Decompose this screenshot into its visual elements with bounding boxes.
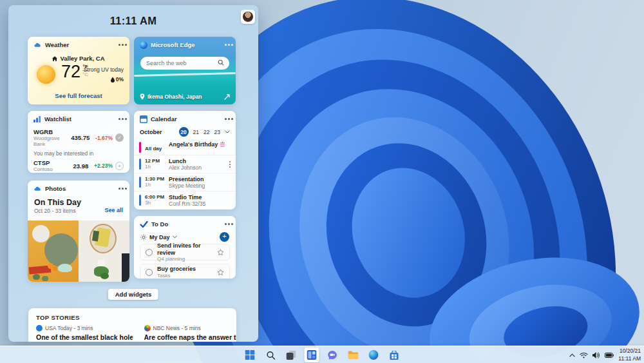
photo-thumbnail-chair[interactable] bbox=[79, 221, 129, 282]
calendar-date[interactable]: 21 bbox=[193, 129, 199, 135]
chat-icon bbox=[328, 351, 337, 360]
see-all-link[interactable]: See all bbox=[104, 207, 123, 213]
chat-button[interactable] bbox=[325, 348, 340, 362]
photos-widget[interactable]: Photos On This Day Oct 20 - 33 items See… bbox=[28, 181, 129, 282]
event-subtitle: Conf Rm 32/35 bbox=[169, 201, 205, 207]
watchlist-widget[interactable]: Watchlist WGRB Woodgrove Bank 435.75 -1.… bbox=[28, 111, 129, 173]
calendar-month: October bbox=[140, 129, 162, 135]
calendar-widget[interactable]: Calendar October 20 21 22 23 All day Ang… bbox=[134, 111, 236, 210]
search-button[interactable] bbox=[263, 348, 278, 362]
edge-widget[interactable]: Microsoft Edge Ikema Ohashi, Japan bbox=[134, 37, 236, 104]
tray-chevron-up-icon[interactable] bbox=[569, 353, 575, 357]
event-title: Lunch bbox=[169, 158, 202, 164]
volume-icon[interactable] bbox=[592, 352, 600, 358]
microsoft-store-button[interactable] bbox=[387, 348, 402, 362]
watchlist-suggestion-label: You may be interested in bbox=[28, 148, 129, 158]
my-day-sun-icon bbox=[140, 234, 147, 240]
todo-more-icon[interactable] bbox=[228, 223, 230, 225]
avatar bbox=[243, 12, 253, 22]
task-title: Buy groceries bbox=[157, 266, 196, 272]
task-view-icon bbox=[287, 351, 296, 360]
widgets-button[interactable] bbox=[305, 348, 319, 362]
weather-cloud-icon bbox=[33, 42, 42, 48]
stock-row-ctsp[interactable]: CTSP Contoso 23.98 +2.23% + bbox=[28, 158, 129, 173]
start-button[interactable] bbox=[243, 348, 258, 362]
nbc-news-logo-icon bbox=[144, 325, 151, 331]
edge-more-icon[interactable] bbox=[228, 44, 230, 46]
stock-row-wgrb[interactable]: WGRB Woodgrove Bank 435.75 -1.67% ✓ bbox=[28, 127, 129, 148]
stock-added-toggle-icon[interactable]: ✓ bbox=[115, 133, 124, 142]
photos-title: Photos bbox=[45, 185, 66, 192]
desktop: 11:11 AM Weather Valley Park, CA 72 °F °… bbox=[0, 0, 644, 363]
event-duration: 1h bbox=[145, 164, 165, 170]
stock-price: 435.75 bbox=[71, 134, 90, 141]
photos-more-icon[interactable] bbox=[122, 188, 124, 190]
news-article-nbc[interactable]: NBC News - 5 mins Are coffee naps the an… bbox=[144, 325, 237, 341]
calendar-event-birthday[interactable]: All day Angela's Birthday bbox=[134, 139, 236, 155]
weather-condition: Strong UV today bbox=[81, 66, 124, 73]
photo-credit: Ikema Ohashi, Japan bbox=[147, 93, 202, 100]
calendar-event-presentation[interactable]: 1:30 PM 1h Presentation Skype Meeting bbox=[134, 173, 236, 191]
todo-title: To Do bbox=[151, 221, 168, 228]
stock-name: Contoso bbox=[33, 166, 71, 172]
event-title: Studio Time bbox=[169, 194, 205, 201]
task-row-groceries[interactable]: Buy groceries Tasks bbox=[140, 264, 230, 279]
top-stories-heading: TOP STORIES bbox=[28, 308, 236, 325]
event-time: 1:30 PM bbox=[145, 176, 165, 182]
watchlist-title: Watchlist bbox=[44, 115, 71, 123]
task-star-icon[interactable] bbox=[217, 269, 224, 276]
stock-add-toggle-icon[interactable]: + bbox=[115, 162, 124, 170]
add-task-button[interactable]: + bbox=[220, 232, 229, 242]
expand-icon[interactable] bbox=[224, 94, 230, 100]
event-color-bar bbox=[139, 177, 141, 188]
event-time: 12 PM bbox=[145, 158, 165, 164]
task-view-button[interactable] bbox=[284, 348, 299, 362]
tray-date: 10/20/21 bbox=[618, 348, 641, 355]
search-input[interactable] bbox=[140, 57, 229, 70]
widgets-icon bbox=[307, 350, 317, 360]
add-widgets-button[interactable]: Add widgets bbox=[108, 289, 158, 300]
profile-button[interactable] bbox=[241, 10, 255, 24]
task-star-icon[interactable] bbox=[217, 249, 224, 256]
calendar-date[interactable]: 22 bbox=[204, 129, 209, 135]
watchlist-more-icon[interactable] bbox=[122, 118, 124, 120]
event-options-icon[interactable] bbox=[229, 164, 231, 165]
calendar-date-selected[interactable]: 20 bbox=[179, 127, 189, 137]
see-full-forecast-link[interactable]: See full forecast bbox=[28, 92, 129, 99]
calendar-event-lunch[interactable]: 12 PM 1h Lunch Alex Johnson bbox=[134, 155, 236, 173]
event-color-bar bbox=[139, 195, 141, 206]
store-icon bbox=[390, 351, 399, 360]
stock-name: Woodgrove Bank bbox=[33, 135, 68, 147]
calendar-event-studio-time[interactable]: 6:00 PM 3h Studio Time Conf Rm 32/35 bbox=[134, 191, 236, 209]
panel-clock: 11:11 AM bbox=[8, 15, 258, 27]
calendar-more-icon[interactable] bbox=[228, 118, 230, 120]
task-checkbox[interactable] bbox=[146, 249, 153, 256]
todo-widget[interactable]: To Do My Day + Send invites for review Q… bbox=[134, 216, 236, 279]
event-subtitle: Skype Meeting bbox=[169, 182, 205, 189]
weather-more-icon[interactable] bbox=[122, 44, 124, 46]
news-article-usatoday[interactable]: USA Today - 3 mins One of the smallest b… bbox=[36, 325, 133, 341]
edge-logo-icon bbox=[369, 350, 379, 360]
tray-clock[interactable]: 10/20/21 11:11 AM bbox=[618, 348, 641, 362]
todo-list-selector[interactable]: My Day bbox=[149, 234, 170, 240]
chevron-down-icon[interactable] bbox=[173, 235, 177, 239]
windows-logo-icon bbox=[245, 350, 255, 360]
calendar-title: Calendar bbox=[151, 115, 177, 123]
task-checkbox[interactable] bbox=[146, 269, 153, 276]
edge-browser-button[interactable] bbox=[366, 348, 381, 362]
calendar-icon bbox=[140, 115, 147, 123]
event-time: All day bbox=[145, 146, 162, 152]
task-list-name: Q4 planning bbox=[157, 256, 213, 262]
battery-icon[interactable] bbox=[605, 353, 614, 358]
event-color-bar bbox=[139, 142, 141, 153]
chevron-down-icon[interactable] bbox=[225, 130, 230, 133]
calendar-date[interactable]: 23 bbox=[214, 129, 220, 135]
file-explorer-button[interactable] bbox=[346, 348, 361, 362]
article-meta: USA Today - 3 mins bbox=[45, 325, 93, 331]
event-duration: 1h bbox=[145, 182, 165, 188]
photo-thumbnail-still-life[interactable] bbox=[28, 221, 79, 282]
weather-widget[interactable]: Weather Valley Park, CA 72 °F °C Strong … bbox=[28, 37, 129, 104]
wifi-icon[interactable] bbox=[580, 352, 588, 358]
task-row-invites[interactable]: Send invites for review Q4 planning bbox=[140, 244, 230, 260]
stock-price: 23.98 bbox=[73, 162, 89, 170]
